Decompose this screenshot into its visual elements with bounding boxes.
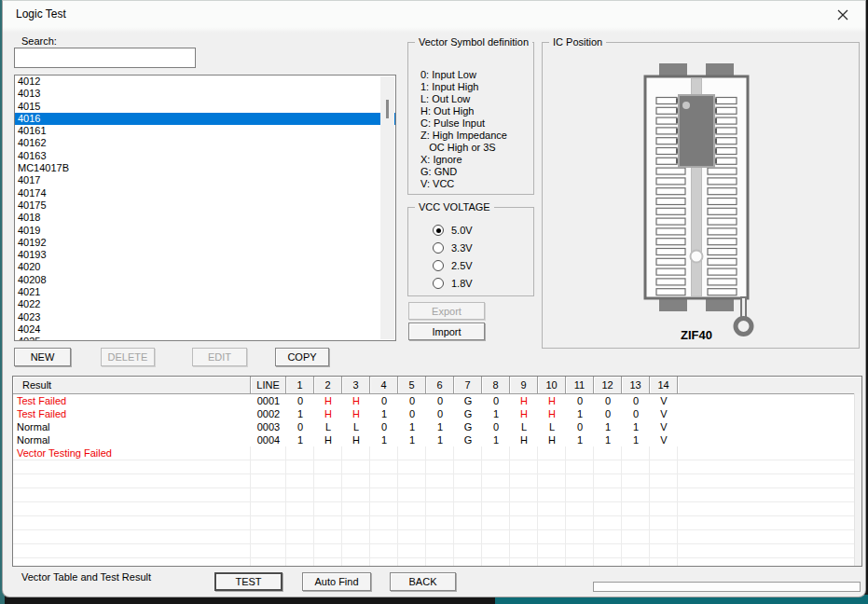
vector-cell: H <box>538 407 566 420</box>
ic-list-item[interactable]: 4020 <box>15 261 395 273</box>
ic-list-item[interactable]: 4022 <box>15 298 395 310</box>
test-button[interactable]: TEST <box>214 572 282 591</box>
vector-cell: 0 <box>622 407 650 420</box>
empty-cell <box>678 544 861 557</box>
close-button[interactable] <box>824 3 861 27</box>
header-cell-6[interactable]: 6 <box>426 377 454 393</box>
ic-list-item[interactable]: 40163 <box>15 150 395 162</box>
ic-list-item[interactable]: 40208 <box>15 274 395 286</box>
header-cell-8[interactable]: 8 <box>482 377 510 393</box>
empty-cell <box>594 460 622 474</box>
empty-cell <box>454 558 482 567</box>
header-cell-13[interactable]: 13 <box>622 377 650 393</box>
ic-list-item[interactable]: 4025 <box>15 336 395 341</box>
search-input[interactable] <box>14 48 196 68</box>
ic-list-item[interactable]: 40192 <box>15 237 395 249</box>
desktop: { "window": { "title": "Logic Test" }, "… <box>0 0 868 604</box>
ic-list-item[interactable]: 4024 <box>15 323 395 336</box>
ic-list-item[interactable]: 4015 <box>15 101 395 113</box>
pin-slot-right <box>708 258 737 265</box>
import-button[interactable]: Import <box>408 323 485 340</box>
ic-list-item[interactable]: 40174 <box>15 187 395 199</box>
empty-cell <box>566 516 594 529</box>
header-cell-10[interactable]: 10 <box>538 377 566 393</box>
vector-cell: V <box>650 420 678 433</box>
back-button[interactable]: BACK <box>390 572 456 591</box>
vector-symbol-line: H: Out High <box>420 105 507 117</box>
header-cell-2[interactable]: 2 <box>314 377 342 393</box>
empty-cell <box>538 558 566 567</box>
header-cell-result[interactable]: Result <box>13 377 251 393</box>
vector-cell <box>566 446 594 460</box>
ic-list-item[interactable]: 40175 <box>15 199 395 212</box>
empty-table-row <box>13 516 861 530</box>
radio-icon[interactable] <box>433 242 444 254</box>
ic-list-item[interactable]: 4021 <box>15 286 395 298</box>
edit-button[interactable]: EDIT <box>192 348 247 366</box>
table-row[interactable]: Vector Testing Failed <box>13 446 861 460</box>
table-row[interactable]: Normal00030LL011G0LL011V <box>13 420 861 433</box>
header-cell-7[interactable]: 7 <box>454 377 482 393</box>
vcc-option[interactable]: 5.0V <box>433 224 473 237</box>
ic-list-item[interactable]: 4016 <box>15 113 395 125</box>
ic-list-item[interactable]: 40193 <box>15 249 395 261</box>
ic-list-item[interactable]: 4017 <box>15 174 395 186</box>
empty-cell <box>314 558 342 567</box>
new-button[interactable]: NEW <box>14 348 71 366</box>
empty-cell <box>286 502 314 515</box>
radio-icon[interactable] <box>433 260 444 271</box>
radio-icon[interactable] <box>433 225 444 236</box>
pin-slot-left <box>656 279 685 285</box>
empty-cell <box>482 474 510 487</box>
empty-cell <box>454 530 482 543</box>
auto-find-button[interactable]: Auto Find <box>302 572 371 591</box>
header-cell-4[interactable]: 4 <box>370 377 398 393</box>
vector-cell: G <box>454 407 482 420</box>
header-cell-5[interactable]: 5 <box>398 377 426 393</box>
vector-cell <box>286 446 314 460</box>
empty-cell <box>566 558 594 567</box>
vcc-option[interactable]: 1.8V <box>433 277 473 290</box>
header-cell-3[interactable]: 3 <box>342 377 370 393</box>
header-cell-line[interactable]: LINE <box>251 377 286 393</box>
delete-button[interactable]: DELETE <box>101 348 155 366</box>
ic-list-item[interactable]: 4019 <box>15 225 395 237</box>
vector-cell <box>370 446 398 460</box>
empty-cell <box>594 488 622 501</box>
empty-cell <box>482 516 510 529</box>
header-cell-9[interactable]: 9 <box>510 377 538 393</box>
ic-list-item[interactable]: 4012 <box>15 76 395 88</box>
table-scrollbar[interactable] <box>854 393 861 566</box>
header-cell-1[interactable]: 1 <box>286 377 314 393</box>
vector-cell: 0 <box>566 394 594 407</box>
vcc-option[interactable]: 3.3V <box>433 241 473 254</box>
radio-icon[interactable] <box>433 278 444 289</box>
vcc-option[interactable]: 2.5V <box>433 259 473 272</box>
ic-list-item[interactable]: 4023 <box>15 311 395 323</box>
export-button[interactable]: Export <box>408 302 485 320</box>
vector-cell: 0 <box>622 394 650 407</box>
empty-cell <box>650 460 678 474</box>
ic-list-item[interactable]: 4013 <box>15 88 395 100</box>
ic-list-item[interactable]: 40162 <box>15 137 395 149</box>
empty-cell <box>370 488 398 501</box>
empty-cell <box>314 530 342 543</box>
header-cell-11[interactable]: 11 <box>566 377 594 393</box>
vector-cell: H <box>342 394 370 407</box>
table-row[interactable]: Test Failed00010HH000G0HH000V <box>13 394 861 407</box>
ic-list-item[interactable]: 40161 <box>15 125 395 137</box>
ic-device-list[interactable]: 4012401340154016401614016240163MC14017B4… <box>14 75 396 341</box>
empty-cell <box>426 558 454 567</box>
ic-list-item[interactable]: 4018 <box>15 212 395 224</box>
table-row[interactable]: Normal00041HH111G1HH111V <box>13 433 861 446</box>
empty-cell <box>426 516 454 529</box>
vcc-option-label: 5.0V <box>451 225 473 236</box>
ic-list-item[interactable]: MC14017B <box>15 162 395 174</box>
list-scrollbar-thumb[interactable] <box>386 100 389 118</box>
list-scrollbar[interactable] <box>380 76 394 339</box>
header-cell-12[interactable]: 12 <box>594 377 622 393</box>
pin-slot-left <box>656 158 677 164</box>
header-cell-14[interactable]: 14 <box>650 377 678 393</box>
copy-button[interactable]: COPY <box>275 348 329 366</box>
table-row[interactable]: Test Failed00021HH100G1HH100V <box>13 407 861 420</box>
